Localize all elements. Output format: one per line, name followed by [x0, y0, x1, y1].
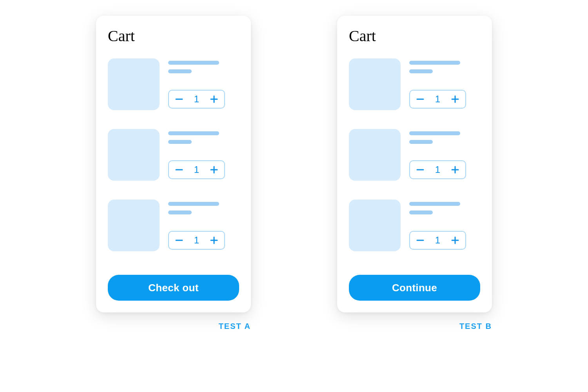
- plus-icon[interactable]: [209, 94, 219, 104]
- item-title-placeholder: [168, 131, 219, 135]
- quantity-stepper[interactable]: 1: [409, 90, 466, 109]
- minus-icon[interactable]: [416, 236, 425, 245]
- minus-icon[interactable]: [174, 165, 184, 174]
- cart-title: Cart: [108, 27, 239, 45]
- test-label-a: TEST A: [219, 322, 251, 331]
- quantity-stepper[interactable]: 1: [409, 160, 466, 179]
- item-info: 1: [409, 129, 480, 181]
- cart-item: 1: [349, 129, 480, 181]
- quantity-stepper[interactable]: 1: [168, 231, 225, 250]
- item-thumbnail: [349, 58, 401, 110]
- variant-b-wrapper: Cart 1: [337, 16, 492, 331]
- plus-icon[interactable]: [450, 236, 460, 245]
- item-subtitle-placeholder: [409, 211, 433, 214]
- quantity-stepper[interactable]: 1: [409, 231, 466, 250]
- item-thumbnail: [108, 58, 160, 110]
- quantity-value: 1: [435, 235, 440, 246]
- cart-card-a: Cart 1: [96, 16, 251, 312]
- item-thumbnail: [108, 129, 160, 181]
- plus-icon[interactable]: [450, 94, 460, 104]
- item-title-placeholder: [168, 202, 219, 206]
- quantity-value: 1: [194, 164, 199, 175]
- cart-item: 1: [108, 200, 239, 251]
- item-title-placeholder: [409, 202, 460, 206]
- item-subtitle-placeholder: [168, 69, 192, 73]
- cart-item: 1: [349, 58, 480, 110]
- item-title-placeholder: [409, 61, 460, 65]
- item-info: 1: [168, 58, 239, 110]
- item-thumbnail: [349, 200, 401, 251]
- item-info: 1: [168, 200, 239, 251]
- quantity-stepper[interactable]: 1: [168, 160, 225, 179]
- item-subtitle-placeholder: [409, 69, 433, 73]
- cart-title: Cart: [349, 27, 480, 45]
- item-subtitle-placeholder: [168, 140, 192, 144]
- item-thumbnail: [108, 200, 160, 251]
- quantity-value: 1: [435, 164, 440, 175]
- cart-item: 1: [108, 129, 239, 181]
- quantity-value: 1: [435, 94, 440, 105]
- cart-item: 1: [349, 200, 480, 251]
- quantity-value: 1: [194, 235, 199, 246]
- variant-a-wrapper: Cart 1: [96, 16, 251, 331]
- minus-icon[interactable]: [174, 236, 184, 245]
- item-info: 1: [409, 58, 480, 110]
- minus-icon[interactable]: [174, 94, 184, 104]
- plus-icon[interactable]: [450, 165, 460, 174]
- minus-icon[interactable]: [416, 165, 425, 174]
- quantity-stepper[interactable]: 1: [168, 90, 225, 109]
- quantity-value: 1: [194, 94, 199, 105]
- continue-button[interactable]: Continue: [349, 275, 480, 301]
- cart-card-b: Cart 1: [337, 16, 492, 312]
- item-subtitle-placeholder: [409, 140, 433, 144]
- minus-icon[interactable]: [416, 94, 425, 104]
- item-info: 1: [409, 200, 480, 251]
- plus-icon[interactable]: [209, 165, 219, 174]
- item-title-placeholder: [409, 131, 460, 135]
- checkout-button[interactable]: Check out: [108, 275, 239, 301]
- item-title-placeholder: [168, 61, 219, 65]
- cart-item: 1: [108, 58, 239, 110]
- item-info: 1: [168, 129, 239, 181]
- item-thumbnail: [349, 129, 401, 181]
- plus-icon[interactable]: [209, 236, 219, 245]
- test-label-b: TEST B: [459, 322, 492, 331]
- item-subtitle-placeholder: [168, 211, 192, 214]
